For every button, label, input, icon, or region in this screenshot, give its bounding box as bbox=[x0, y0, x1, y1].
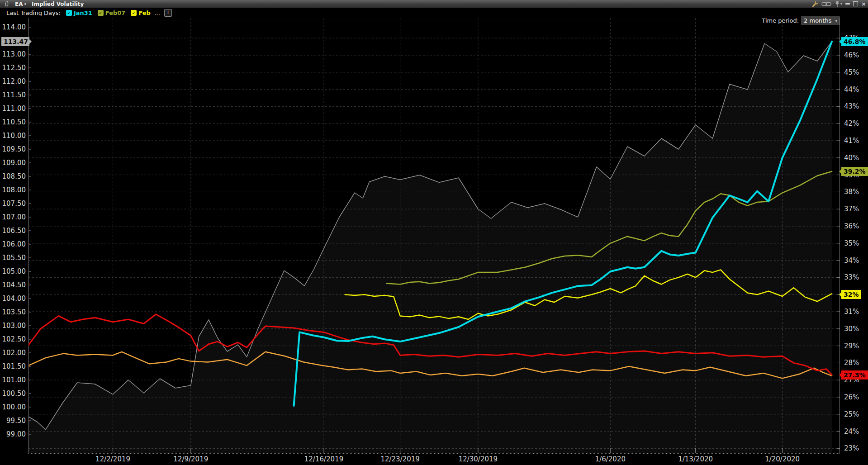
price-axis-label: 103.00 bbox=[0, 322, 26, 330]
add-series-button[interactable]: + bbox=[164, 9, 172, 17]
toggle-feb07[interactable]: ✓ Feb07 bbox=[98, 9, 126, 16]
checkbox-feb07-icon[interactable]: ✓ bbox=[98, 10, 104, 16]
date-axis-label: 12/30/2019 bbox=[459, 455, 498, 463]
toggle-feb[interactable]: ✓ Feb bbox=[131, 9, 150, 16]
pin-caret-icon[interactable]: ▾ bbox=[840, 2, 842, 6]
price-axis-label: 105.50 bbox=[0, 254, 26, 262]
iv-axis-label: 38% bbox=[844, 188, 859, 196]
iv-axis-label: 44% bbox=[844, 85, 859, 94]
iv-axis-label: 37% bbox=[844, 205, 859, 213]
price-axis-label: 110.50 bbox=[0, 118, 26, 126]
date-axis-label: 12/9/2019 bbox=[173, 455, 208, 463]
iv-axis-label: 40% bbox=[844, 154, 859, 162]
price-axis-label: 109.00 bbox=[0, 159, 26, 167]
toggle-feb-label[interactable]: Feb bbox=[138, 9, 150, 16]
price-axis-label: 108.00 bbox=[0, 186, 26, 194]
date-axis-label: 12/16/2019 bbox=[304, 455, 343, 463]
checkbox-feb-icon[interactable]: ✓ bbox=[131, 10, 137, 16]
symbol-caret-icon[interactable]: ▾ bbox=[24, 2, 26, 6]
price-axis-label: 99.00 bbox=[0, 430, 26, 438]
price-axis-label: 104.50 bbox=[0, 281, 26, 289]
iv-value-badge: 32% bbox=[841, 290, 861, 299]
link-group-icon[interactable] bbox=[821, 0, 831, 7]
minimize-button[interactable] bbox=[845, 0, 850, 7]
price-axis-label: 107.50 bbox=[0, 199, 26, 208]
last-price-badge: 113.47 bbox=[1, 37, 29, 46]
last-trading-days-label: Last Trading Days: bbox=[6, 9, 61, 16]
iv-axis-label: 34% bbox=[844, 256, 859, 265]
wrench-icon[interactable] bbox=[811, 0, 818, 7]
iv-axis-label: 43% bbox=[844, 102, 859, 110]
iv-axis-label: 24% bbox=[844, 427, 859, 436]
price-axis-label: 112.50 bbox=[0, 64, 26, 72]
iv-value-badge: 39.2% bbox=[841, 167, 868, 176]
window-title: Implied Volatility bbox=[32, 1, 84, 7]
iv-axis-label: 28% bbox=[844, 359, 859, 367]
price-axis-label: 107.00 bbox=[0, 213, 26, 221]
price-axis-label: 102.50 bbox=[0, 335, 26, 343]
iv-axis-label: 45% bbox=[844, 68, 859, 76]
price-axis-label: 100.50 bbox=[0, 389, 26, 398]
chart-canvas[interactable] bbox=[28, 18, 840, 454]
iv-value-badge: 27.3% bbox=[841, 370, 868, 380]
date-axis-label: 1/13/2020 bbox=[678, 455, 713, 463]
price-axis-label: 112.00 bbox=[0, 77, 26, 85]
iv-axis-label: 25% bbox=[844, 410, 859, 418]
price-axis-label: 113.00 bbox=[0, 50, 26, 58]
iv-axis-label: 35% bbox=[844, 239, 859, 247]
close-button[interactable]: × bbox=[861, 0, 866, 7]
iv-axis-label: 33% bbox=[844, 273, 859, 281]
price-axis-label: 106.50 bbox=[0, 227, 26, 235]
iv-chart-plot-area[interactable] bbox=[28, 18, 840, 454]
price-axis-label: 100.00 bbox=[0, 403, 26, 411]
toggle-jan31-label[interactable]: Jan31 bbox=[74, 9, 92, 16]
price-axis-label: 108.50 bbox=[0, 172, 26, 180]
chart-toolbar: Last Trading Days: ✓ Jan31 ✓ Feb07 ✓ Feb… bbox=[0, 8, 868, 18]
more-series-ellipsis: … bbox=[154, 9, 161, 16]
price-axis-label: 105.00 bbox=[0, 267, 26, 275]
iv-axis-label: 46% bbox=[844, 51, 859, 59]
price-axis-label: 99.50 bbox=[0, 417, 26, 425]
price-axis-label: 102.00 bbox=[0, 349, 26, 357]
date-axis-label: 12/2/2019 bbox=[95, 455, 130, 463]
checkbox-jan31-icon[interactable]: ✓ bbox=[66, 10, 72, 16]
iv-axis-label: 42% bbox=[844, 119, 859, 128]
symbol-selector[interactable]: EA bbox=[15, 1, 23, 7]
iv-axis-label: 23% bbox=[844, 444, 859, 452]
window-titlebar: EA ▾ Implied Volatility ▾ × bbox=[0, 0, 868, 8]
date-axis-label: 1/20/2020 bbox=[765, 455, 800, 463]
iv-axis-label: 26% bbox=[844, 393, 859, 401]
date-axis-label: 1/6/2020 bbox=[595, 455, 626, 463]
iv-value-badge: 46.8% bbox=[841, 37, 868, 46]
iv-axis-label: 36% bbox=[844, 222, 859, 230]
ea-price-fill bbox=[28, 42, 832, 453]
date-axis-label: 12/23/2019 bbox=[380, 455, 419, 463]
price-axis-label: 106.00 bbox=[0, 240, 26, 248]
price-axis-label: 103.50 bbox=[0, 308, 26, 316]
toggle-jan31[interactable]: ✓ Jan31 bbox=[66, 9, 92, 16]
iv-axis-label: 30% bbox=[844, 325, 859, 333]
price-axis-label: 111.00 bbox=[0, 104, 26, 113]
price-axis-label: 101.50 bbox=[0, 362, 26, 370]
pin-icon[interactable]: ▾ bbox=[835, 0, 842, 7]
price-axis-label: 109.50 bbox=[0, 145, 26, 153]
price-axis-label: 104.00 bbox=[0, 294, 26, 303]
paperclip-icon[interactable] bbox=[3, 0, 9, 7]
toggle-feb07-label[interactable]: Feb07 bbox=[105, 9, 126, 16]
price-axis-label: 111.50 bbox=[0, 91, 26, 99]
price-axis-label: 114.00 bbox=[0, 23, 26, 31]
price-axis-label: 101.00 bbox=[0, 376, 26, 384]
iv-axis-label: 41% bbox=[844, 137, 859, 145]
iv-axis-label: 29% bbox=[844, 342, 859, 350]
price-axis-label: 110.00 bbox=[0, 132, 26, 140]
iv-axis-label: 31% bbox=[844, 308, 859, 316]
maximize-button[interactable] bbox=[853, 0, 858, 7]
